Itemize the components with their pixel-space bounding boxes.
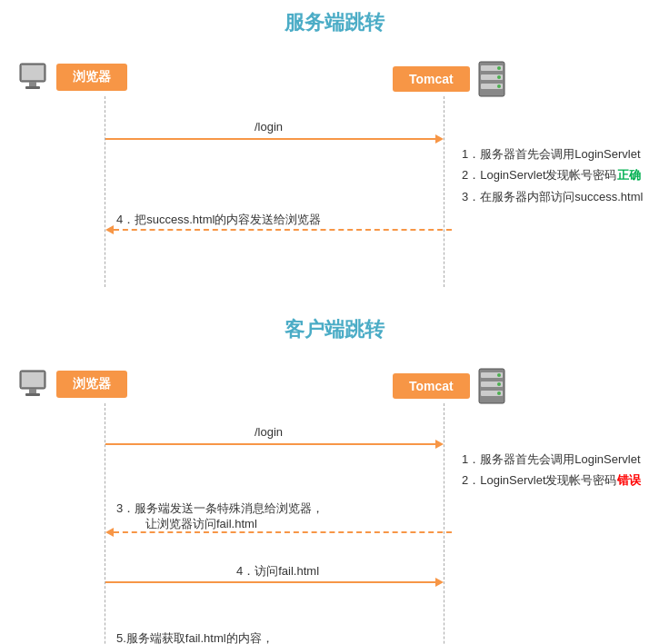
diagram-2: 浏览器 Tomcat /login 3．服务端发送一条特 <box>0 360 669 644</box>
actor-tomcat-1: Tomcat <box>393 60 510 98</box>
svg-rect-3 <box>25 86 40 89</box>
actor-browser-1: 浏览器 <box>18 62 127 93</box>
arrow3-label-2: 4．访问fail.html <box>236 563 319 580</box>
arrow2-label-1: 4．把success.html的内容发送给浏览器 <box>116 212 321 228</box>
computer-icon-2 <box>18 369 51 400</box>
arrow1-1 <box>105 134 444 144</box>
lifeline-tomcat-2 <box>444 403 444 644</box>
arrow4-label-2: 5.服务端获取fail.html的内容， <box>116 630 274 644</box>
arrow2-sub-2: 让浏览器访问fail.html <box>145 516 257 532</box>
section1-title: 服务端跳转 <box>0 9 669 36</box>
highlight-error: 错误 <box>617 473 641 487</box>
lifeline-browser-1 <box>105 96 105 287</box>
lifeline-tomcat-1 <box>444 96 444 287</box>
actor-browser-2: 浏览器 <box>18 369 127 400</box>
note2-line2: 2．LoginServlet发现帐号密码错误 <box>462 470 666 490</box>
arrow1-label-1: /login <box>255 120 283 134</box>
browser-label-2: 浏览器 <box>56 371 127 398</box>
svg-rect-12 <box>22 372 44 387</box>
svg-rect-14 <box>25 393 40 396</box>
arrow2-label-2: 3．服务端发送一条特殊消息给浏览器， <box>116 500 324 517</box>
actor-tomcat-2: Tomcat <box>393 367 510 405</box>
arrow1-label-2: /login <box>255 425 283 439</box>
note1-line2: 2．LoginServlet发现帐号密码正确 <box>462 164 666 185</box>
browser-label-1: 浏览器 <box>56 64 127 91</box>
svg-rect-2 <box>29 82 36 86</box>
tomcat-label-1: Tomcat <box>393 66 470 92</box>
note1-line3: 3．在服务器内部访问success.html <box>462 186 666 207</box>
svg-point-19 <box>497 373 501 377</box>
note2-line1: 1．服务器首先会调用LoginServlet <box>462 449 666 470</box>
svg-point-10 <box>497 84 501 88</box>
diagram-1: 浏览器 Tomcat /login 4．把 <box>0 53 669 289</box>
highlight-correct: 正确 <box>617 168 641 182</box>
svg-point-21 <box>497 391 501 395</box>
page-container: 服务端跳转 浏览器 Tomcat <box>0 0 669 644</box>
svg-point-20 <box>497 382 501 386</box>
svg-rect-1 <box>22 65 44 80</box>
notes-2: 1．服务器首先会调用LoginServlet 2．LoginServlet发现帐… <box>462 449 666 491</box>
section2-title: 客户端跳转 <box>0 316 669 343</box>
svg-rect-13 <box>29 389 36 393</box>
notes-1: 1．服务器首先会调用LoginServlet 2．LoginServlet发现帐… <box>462 144 666 207</box>
svg-point-9 <box>497 75 501 79</box>
server-icon-2 <box>475 367 510 405</box>
note1-line1: 1．服务器首先会调用LoginServlet <box>462 144 666 164</box>
computer-icon-1 <box>18 62 51 93</box>
svg-point-8 <box>497 66 501 70</box>
server-icon-1 <box>475 60 510 98</box>
arrow1-2 <box>105 440 444 449</box>
tomcat-label-2: Tomcat <box>393 373 470 399</box>
